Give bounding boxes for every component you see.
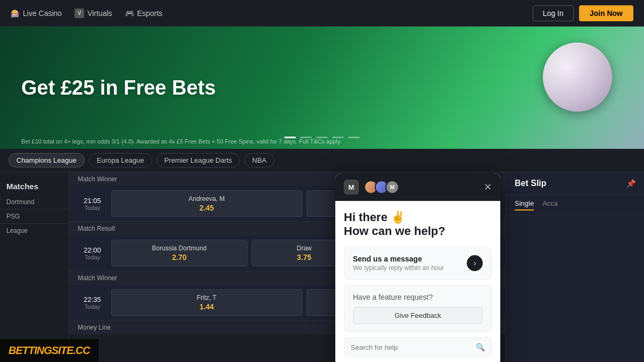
bet-slip-title: Bet Slip	[515, 179, 547, 188]
feature-request-title: Have a feature request?	[353, 293, 483, 301]
casino-icon: 🎰	[11, 9, 20, 18]
match-header-label-1: Match Winner	[78, 175, 117, 183]
banner-terms: Bet £10 total on 4+ legs, min odds 3/1 (…	[21, 138, 342, 145]
nav-live-casino[interactable]: 🎰 Live Casino	[11, 9, 62, 18]
sidebar-item-psg[interactable]: PSG	[0, 209, 69, 224]
category-tabs: Champions League Europa League Premier L…	[0, 149, 644, 172]
bet-slip-header: Bet Slip 📌	[506, 172, 644, 195]
chat-header-left: M M	[344, 180, 399, 195]
main-nav: 🎰 Live Casino V Virtuals 🎮 Esports	[11, 9, 533, 18]
send-message-subtitle: We typically reply within an hour	[353, 264, 444, 272]
banner-content: Get £25 in Free Bets	[21, 77, 216, 99]
main-area: Matches Dortmund PSG League Match Winner…	[0, 172, 644, 362]
match-time-1: 21:05 Today	[78, 197, 107, 211]
give-feedback-button[interactable]: Give Feedback	[353, 307, 483, 324]
sidebar-item-dortmund[interactable]: Dortmund	[0, 195, 69, 209]
match-header-label-3: Match Winner	[78, 274, 117, 282]
chat-search-bar[interactable]: 🔍	[344, 338, 492, 357]
tab-acca[interactable]: Acca	[542, 199, 558, 211]
login-button[interactable]: Log In	[533, 5, 574, 21]
sidebar-section-title: Matches	[0, 178, 69, 195]
logo-text: BettingSite.cc	[9, 344, 90, 357]
match-time-2: 22:00 Today	[78, 246, 107, 260]
team1-btn-2[interactable]: Borussia Dortmund 2.70	[111, 240, 247, 266]
banner-title: Get £25 in Free Bets	[21, 77, 216, 99]
bottom-logo: BettingSite.cc	[0, 339, 98, 362]
tab-premier-league-darts[interactable]: Premier League Darts	[156, 153, 240, 167]
search-help-input[interactable]	[351, 343, 472, 351]
left-sidebar: Matches Dortmund PSG League	[0, 172, 69, 362]
nav-esports[interactable]: 🎮 Esports	[125, 9, 162, 18]
join-now-button[interactable]: Join Now	[579, 5, 633, 21]
dot-5[interactable]	[348, 137, 360, 138]
chat-widget: M M ✕ Hi there ✌️ How can we help? Send …	[335, 173, 500, 362]
banner-deco2	[458, 27, 644, 149]
match-header-label-2: Match Result	[78, 225, 115, 232]
chat-body: Hi there ✌️ How can we help? Send us a m…	[335, 201, 500, 362]
avatar-3: M	[385, 180, 399, 194]
chat-subtitle: How can we help?	[344, 224, 492, 238]
feature-request-card: Have a feature request? Give Feedback	[344, 285, 492, 332]
header: 🎰 Live Casino V Virtuals 🎮 Esports Log I…	[0, 0, 644, 27]
chat-header: M M ✕	[335, 173, 500, 201]
nav-virtuals[interactable]: V Virtuals	[75, 9, 112, 18]
banner-dots	[284, 137, 360, 138]
match-time-3: 22:35 Today	[78, 296, 107, 310]
search-icon: 🔍	[476, 343, 485, 351]
bet-slip-pin-icon[interactable]: 📌	[626, 179, 635, 188]
sidebar-item-league: League	[0, 224, 69, 238]
chat-logo: M	[344, 180, 359, 195]
chat-avatars: M	[364, 180, 399, 194]
send-arrow-icon: ›	[467, 255, 483, 271]
bet-slip-tabs: Single Acca	[506, 195, 644, 215]
send-message-title: Send us a message	[353, 255, 444, 263]
team1-btn-1[interactable]: Andreeva, M 2.45	[111, 190, 302, 217]
chat-greeting: Hi there ✌️	[344, 211, 492, 224]
match-header-label-4: Money Line	[78, 324, 111, 331]
team1-btn-3[interactable]: Fritz, T 1.44	[111, 289, 302, 316]
tab-champions-league[interactable]: Champions League	[9, 153, 85, 167]
esports-icon: 🎮	[125, 9, 134, 18]
chat-close-button[interactable]: ✕	[484, 182, 492, 192]
dot-2[interactable]	[300, 137, 312, 138]
send-message-card[interactable]: Send us a message We typically reply wit…	[344, 247, 492, 280]
promo-banner: Get £25 in Free Bets Bet £10 total on 4+…	[0, 27, 644, 149]
send-message-content: Send us a message We typically reply wit…	[353, 255, 444, 272]
dot-3[interactable]	[316, 137, 328, 138]
tab-single[interactable]: Single	[515, 199, 534, 211]
dot-1[interactable]	[284, 137, 296, 138]
tab-europa-league[interactable]: Europa League	[89, 153, 152, 167]
dot-4[interactable]	[332, 137, 344, 138]
header-actions: Log In Join Now	[533, 5, 633, 21]
tab-nba[interactable]: NBA	[244, 153, 275, 167]
bet-slip: Bet Slip 📌 Single Acca	[506, 172, 644, 362]
virtuals-icon: V	[75, 9, 84, 18]
